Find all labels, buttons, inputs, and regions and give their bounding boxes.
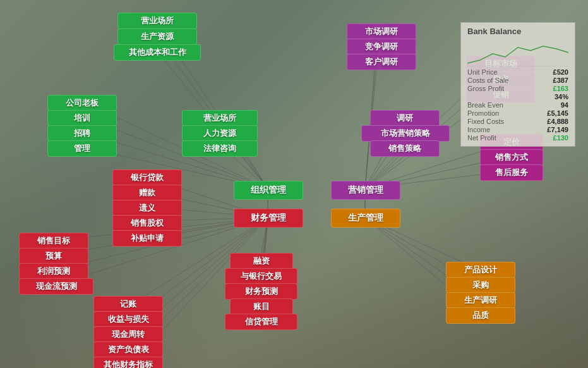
competition-research-node[interactable]: 竞争调研 xyxy=(347,39,416,55)
gross-profit-row: Gross Profit £163 xyxy=(467,85,568,92)
costs-of-sale-row: Costs of Sale £387 xyxy=(467,77,568,84)
bank-loan-node[interactable]: 银行贷款 xyxy=(112,169,182,186)
fixed-costs-value: £4,888 xyxy=(547,118,568,125)
legal-node[interactable]: 法律咨询 xyxy=(182,140,258,157)
gross-profit-value: £163 xyxy=(553,85,568,92)
center-org-node[interactable]: 组织管理 xyxy=(234,181,303,200)
unit-price-row: Unit Price £520 xyxy=(467,68,568,76)
research-node[interactable]: 调研 xyxy=(370,110,440,126)
net-profit-row: Net Profit £130 xyxy=(467,134,568,142)
customer-research-node[interactable]: 客户调研 xyxy=(347,54,416,70)
income-row: Income £7,149 xyxy=(467,126,568,133)
after-sales-node[interactable]: 售后服务 xyxy=(480,164,543,181)
profit-forecast-node[interactable]: 利润预测 xyxy=(19,263,88,279)
cash-cycle-node[interactable]: 现金周转 xyxy=(93,326,163,343)
gross-profit-label: Gross Profit xyxy=(467,85,504,92)
sales-method-node[interactable]: 销售方式 xyxy=(480,149,543,166)
unit-price-value: £520 xyxy=(553,68,568,76)
fixed-costs-row: Fixed Costs £4,888 xyxy=(467,118,568,125)
gross-pct-row: 34% xyxy=(467,93,568,101)
budget-node[interactable]: 预算 xyxy=(19,248,88,264)
info-panel: Bank Balance Unit Price £520 Costs of Sa… xyxy=(460,22,575,147)
unit-price-label: Unit Price xyxy=(467,68,498,76)
top-venue-node[interactable]: 营业场所 xyxy=(117,13,197,29)
promotion-row: Promotion £5,145 xyxy=(467,109,568,117)
donation-node[interactable]: 赠款 xyxy=(112,185,182,201)
revenue-loss-node[interactable]: 收益与损失 xyxy=(93,311,163,328)
gross-pct-value: 34% xyxy=(555,93,568,101)
info-panel-title: Bank Balance xyxy=(467,27,568,36)
fixed-costs-label: Fixed Costs xyxy=(467,118,504,125)
product-design-node[interactable]: 产品设计 xyxy=(446,262,515,278)
costs-value: £387 xyxy=(553,77,568,84)
net-profit-value: £130 xyxy=(553,134,568,142)
break-even-value: 94 xyxy=(561,101,568,109)
asset-quality-node[interactable]: 资产负债表 xyxy=(93,341,163,358)
income-value: £7,149 xyxy=(547,126,568,133)
bank-balance-chart xyxy=(467,41,568,66)
market-research-node[interactable]: 市场调研 xyxy=(347,23,416,40)
break-even-row: Break Even 94 xyxy=(467,101,568,109)
sales-target-node[interactable]: 销售目标 xyxy=(19,233,88,249)
accounts-node[interactable]: 账目 xyxy=(230,298,293,315)
subsidy-node[interactable]: 补贴申请 xyxy=(112,230,182,247)
management-node[interactable]: 管理 xyxy=(47,140,117,157)
production-research-node[interactable]: 生产调研 xyxy=(446,292,515,309)
venue2-node[interactable]: 营业场所 xyxy=(182,110,258,126)
franchise-node[interactable]: 销售股权 xyxy=(112,215,182,231)
center-fin-node[interactable]: 财务管理 xyxy=(234,209,303,228)
bookkeeping-node[interactable]: 记账 xyxy=(93,296,163,312)
top-resources-node[interactable]: 生产资源 xyxy=(117,28,197,45)
promotion-value: £5,145 xyxy=(547,109,568,117)
recruiting-node[interactable]: 招聘 xyxy=(47,125,117,142)
mkt-strategy-node[interactable]: 市场营销策略 xyxy=(361,125,450,142)
credit-mgmt-node[interactable]: 信贷管理 xyxy=(225,314,297,330)
finance-forecast-node[interactable]: 财务预测 xyxy=(225,283,297,300)
center-prod-node[interactable]: 生产管理 xyxy=(331,209,400,228)
bank-transaction-node[interactable]: 与银行交易 xyxy=(225,268,297,285)
boss-node[interactable]: 公司老板 xyxy=(47,95,117,111)
other-finance-node[interactable]: 其他财务指标 xyxy=(93,357,163,368)
procurement-node[interactable]: 采购 xyxy=(446,277,515,293)
cashflow-forecast-node[interactable]: 现金流预测 xyxy=(19,278,93,295)
net-profit-label: Net Profit xyxy=(467,134,496,142)
financing-node[interactable]: 融资 xyxy=(230,253,293,269)
training-node[interactable]: 培训 xyxy=(47,110,117,126)
sales-strategy-node[interactable]: 销售策略 xyxy=(370,140,440,157)
break-even-label: Break Even xyxy=(467,101,503,109)
promotion-label: Promotion xyxy=(467,109,499,117)
center-mkt-node[interactable]: 营销管理 xyxy=(331,181,400,200)
costs-label: Costs of Sale xyxy=(467,77,508,84)
hr-node[interactable]: 人力资源 xyxy=(182,125,258,142)
inheritance-node[interactable]: 遗义 xyxy=(112,200,182,216)
quality-node[interactable]: 品质 xyxy=(446,307,515,324)
income-label: Income xyxy=(467,126,490,133)
top-othercosts-node[interactable]: 其他成本和工作 xyxy=(114,44,201,61)
